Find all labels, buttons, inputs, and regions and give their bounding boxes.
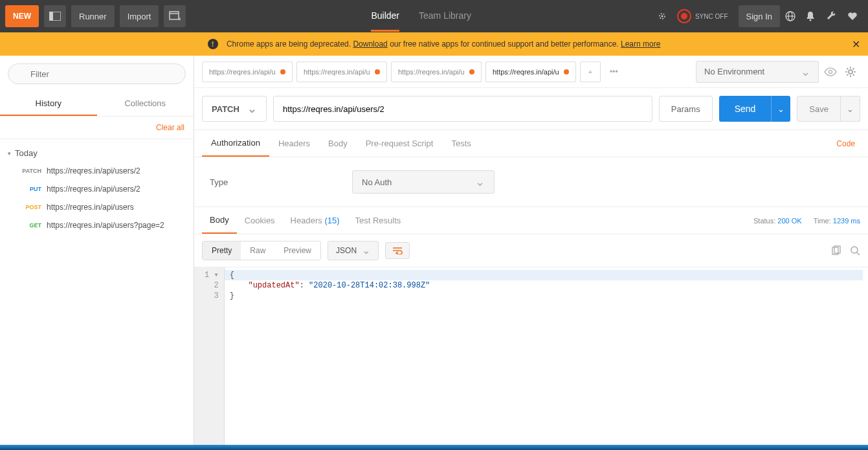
svg-text:+: +: [178, 16, 181, 21]
sync-icon: [677, 9, 691, 23]
code-link[interactable]: Code: [831, 139, 860, 148]
save-dropdown[interactable]: ⌄: [841, 96, 860, 122]
svg-line-20: [853, 74, 854, 75]
dirty-dot: [564, 69, 569, 74]
runner-button[interactable]: Runner: [71, 5, 115, 27]
copy-icon[interactable]: [830, 245, 841, 256]
send-dropdown[interactable]: ⌄: [771, 96, 790, 122]
svg-point-13: [829, 70, 832, 73]
new-button[interactable]: NEW: [5, 5, 39, 27]
deprecation-banner: ! Chrome apps are being deprecated. Down…: [0, 32, 868, 56]
view-raw[interactable]: Raw: [241, 242, 274, 260]
request-tab[interactable]: https://reqres.in/api/u: [485, 62, 576, 82]
gear-icon[interactable]: [845, 66, 860, 78]
svg-point-14: [849, 70, 852, 74]
method-badge: POST: [18, 204, 41, 210]
wrap-icon: [392, 247, 403, 254]
history-item[interactable]: PATCHhttps://reqres.in/api/users/2: [0, 162, 194, 180]
clear-all-link[interactable]: Clear all: [0, 117, 194, 139]
sidebar: History Collections Clear all Today PATC…: [0, 56, 194, 450]
status-meta: Status: 200 OK: [753, 217, 802, 225]
capture-icon[interactable]: [656, 10, 672, 22]
history-group-today[interactable]: Today: [0, 144, 194, 162]
url-input[interactable]: [273, 96, 652, 122]
team-library-tab[interactable]: Team Library: [419, 1, 471, 32]
resp-tab-tests[interactable]: Test Results: [348, 208, 409, 233]
request-tab[interactable]: https://reqres.in/api/u: [391, 62, 482, 82]
view-pretty[interactable]: Pretty: [203, 242, 241, 260]
code: { "updatedAt": "2020-10-28T14:02:38.998Z…: [225, 267, 868, 450]
response-editor[interactable]: 1 ▾ 2 3 { "updatedAt": "2020-10-28T14:02…: [194, 267, 868, 450]
auth-type-label: Type: [210, 177, 352, 187]
svg-rect-1: [49, 12, 53, 21]
globe-icon[interactable]: [785, 11, 801, 21]
method-select[interactable]: PATCH: [202, 96, 267, 122]
gutter: 1 ▾ 2 3: [194, 267, 225, 450]
time-meta: Time: 1239 ms: [814, 217, 860, 225]
history-url: https://reqres.in/api/users?page=2: [47, 221, 164, 230]
request-tab[interactable]: https://reqres.in/api/u: [296, 62, 387, 82]
history-url: https://reqres.in/api/users/2: [47, 185, 140, 194]
method-badge: PUT: [18, 186, 41, 192]
more-tabs-button[interactable]: •••: [605, 67, 623, 76]
svg-point-6: [661, 16, 663, 17]
history-tab[interactable]: History: [0, 92, 97, 116]
topbar: NEW Runner Import + Builder Team Library…: [0, 0, 868, 32]
bell-icon[interactable]: [806, 11, 821, 21]
send-button[interactable]: Send: [719, 96, 772, 122]
resp-tab-headers[interactable]: Headers (15): [283, 208, 348, 233]
dirty-dot: [280, 69, 285, 74]
wrench-icon[interactable]: [827, 11, 842, 21]
heart-icon[interactable]: [847, 12, 863, 21]
method-badge: GET: [18, 222, 41, 229]
tab-authorization[interactable]: Authorization: [202, 130, 269, 157]
save-button[interactable]: Save: [797, 96, 841, 122]
toggle-sidebar-button[interactable]: [44, 5, 66, 27]
view-preview[interactable]: Preview: [274, 242, 320, 260]
history-item[interactable]: GEThttps://reqres.in/api/users?page=2: [0, 216, 194, 234]
history-item[interactable]: POSThttps://reqres.in/api/users: [0, 198, 194, 216]
window-plus-icon: +: [169, 11, 181, 21]
tab-headers[interactable]: Headers: [269, 131, 319, 156]
params-button[interactable]: Params: [659, 96, 713, 122]
tab-tests[interactable]: Tests: [442, 131, 480, 156]
add-tab-button[interactable]: +: [580, 62, 601, 82]
banner-text-pre: Chrome apps are being deprecated.: [227, 39, 353, 49]
banner-text-mid: our free native apps for continued suppo…: [388, 39, 621, 49]
new-tab-button[interactable]: +: [164, 5, 186, 27]
svg-rect-2: [170, 12, 179, 19]
import-button[interactable]: Import: [120, 5, 159, 27]
taskbar: [0, 445, 868, 450]
warning-icon: !: [208, 39, 218, 49]
filter-input[interactable]: [8, 63, 186, 84]
dirty-dot: [469, 69, 474, 74]
learn-more-link[interactable]: Learn more: [621, 39, 660, 49]
request-tab[interactable]: https://reqres.in/api/u: [202, 62, 293, 82]
environment-select[interactable]: No Environment: [696, 61, 819, 83]
wrap-button[interactable]: [385, 242, 410, 259]
resp-tab-cookies[interactable]: Cookies: [237, 208, 283, 233]
tab-body[interactable]: Body: [319, 131, 357, 156]
svg-line-22: [853, 68, 854, 69]
format-select[interactable]: JSON: [328, 241, 379, 260]
close-icon[interactable]: ✕: [852, 38, 860, 51]
sync-status[interactable]: SYNC OFF: [677, 9, 728, 23]
panel-icon: [49, 12, 61, 21]
method-badge: PATCH: [18, 168, 41, 174]
resp-tab-body[interactable]: Body: [202, 207, 237, 234]
download-link[interactable]: Download: [353, 39, 387, 49]
sync-label: SYNC OFF: [695, 13, 728, 20]
history-item[interactable]: PUThttps://reqres.in/api/users/2: [0, 180, 194, 198]
history-url: https://reqres.in/api/users/2: [47, 166, 140, 175]
eye-icon[interactable]: [824, 67, 840, 76]
signin-button[interactable]: Sign In: [739, 5, 780, 27]
svg-point-26: [851, 247, 858, 253]
search-response-icon[interactable]: [850, 245, 860, 256]
svg-line-27: [857, 253, 860, 255]
auth-type-select[interactable]: No Auth: [352, 170, 495, 194]
builder-tab[interactable]: Builder: [371, 1, 399, 32]
history-url: https://reqres.in/api/users: [47, 203, 134, 212]
svg-line-19: [847, 68, 848, 69]
collections-tab[interactable]: Collections: [97, 92, 194, 116]
tab-prerequest[interactable]: Pre-request Script: [357, 131, 443, 156]
